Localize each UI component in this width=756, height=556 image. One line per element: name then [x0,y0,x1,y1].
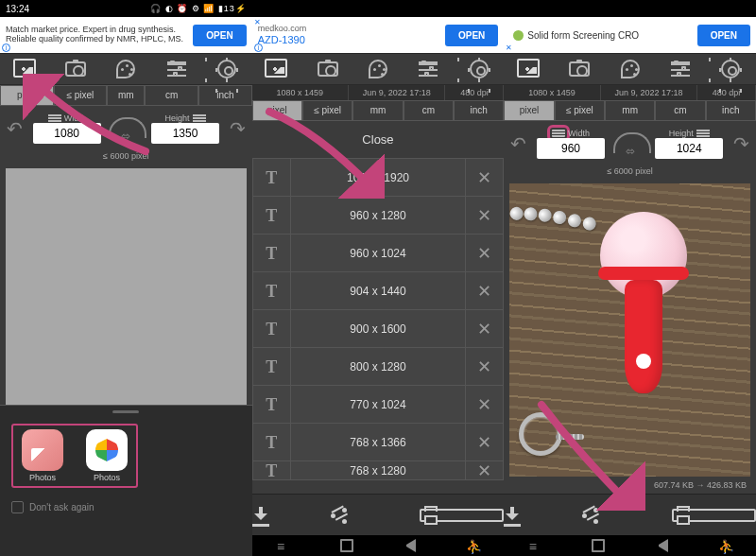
panel-right: Solid form Screening CRO OPEN ✕ 1080 x 1… [504,0,756,556]
tool-settings[interactable] [208,54,246,84]
print-button[interactable] [672,495,756,535]
unit-tabs: pixel ≤ pixel mm cm inch [0,85,252,106]
tool-gallery[interactable] [7,54,44,84]
size-row[interactable]: T960 x 1280✕ [252,197,505,235]
ad-open-button[interactable]: OPEN [697,25,750,46]
app-photos-2[interactable]: Photos [81,429,132,482]
share-button[interactable] [336,495,421,535]
size-row[interactable]: T770 x 1024✕ [252,386,505,424]
ad-brand-icon [513,30,524,41]
unit-inch[interactable]: inch [198,85,252,106]
unit-tabs: pixel ≤ pixel mm cm inch [252,100,505,121]
unit-mm[interactable]: mm [107,85,145,106]
ad-text: medkoo.com AZD-1390 [258,25,445,45]
keyring-object [519,412,562,456]
sheet-handle[interactable] [112,410,139,413]
undo-button[interactable]: ↶ [4,117,25,140]
download-button[interactable] [504,495,588,535]
undo-button[interactable]: ↶ [507,132,528,155]
ad-close-icon[interactable]: ✕ [254,18,261,26]
swap-icon[interactable] [109,117,143,129]
meta-dpi: 480 dpi [445,85,504,100]
status-spacer [252,0,505,17]
tool-gallery[interactable] [510,54,548,84]
app-picker-sheet: Photos Photos Don't ask again [0,405,252,556]
dimension-row: ↶ Width ⬄ Height ↷ [504,121,756,166]
close-button[interactable]: Close [252,121,505,159]
max-pixel-info: ≤ 6000 pixel [0,151,252,165]
meta-resolution: 1080 x 1459 [252,85,349,100]
tool-camera[interactable] [560,54,598,84]
size-row[interactable]: T960 x 1024✕ [252,235,505,272]
photos-icon [22,429,63,471]
gallery-icon [16,61,35,77]
tool-palette[interactable] [107,54,145,84]
tool-settings[interactable] [460,54,498,84]
tool-sliders[interactable] [409,54,447,84]
size-row[interactable]: T768 x 1280✕ [252,461,505,480]
unit-lte-pixel[interactable]: ≤ pixel [302,100,352,121]
width-box: Width [532,129,609,159]
redo-button[interactable]: ↷ [731,132,752,155]
filesize-info: 607.74 KB → 426.83 KB [504,480,756,494]
dont-ask-checkbox[interactable] [11,501,24,513]
gear-icon [217,60,236,78]
max-pixel-info: ≤ 6000 pixel [504,166,756,180]
ad-banner-1[interactable]: i Match market price. Expert in drug syn… [0,17,252,53]
unit-lte-pixel[interactable]: ≤ pixel [54,85,108,106]
unit-pixel[interactable]: pixel [252,100,302,121]
app-photos-1[interactable]: Photos [17,429,68,482]
ad-banner-2[interactable]: ✕ i medkoo.com AZD-1390 OPEN [252,17,505,53]
ad-text: Solid form Screening CRO [527,30,696,41]
preview-image[interactable] [509,183,750,477]
unit-cm[interactable]: cm [404,100,454,121]
width-input[interactable] [33,123,101,144]
tool-camera[interactable] [309,54,347,84]
action-bar [252,494,505,535]
height-input[interactable] [151,123,219,144]
print-button[interactable] [420,495,504,535]
menu-icon-highlighted[interactable] [552,130,565,137]
size-row[interactable]: T1080 x 1920✕ [252,159,505,197]
action-bar [504,494,756,535]
status-time: 13:24 [6,4,29,14]
tool-palette[interactable] [359,54,397,84]
dont-ask-row[interactable]: Don't ask again [0,494,252,521]
tool-camera[interactable] [57,54,94,84]
ad-banner-3[interactable]: Solid form Screening CRO OPEN ✕ [504,17,756,53]
system-nav: ≡ ⛹ [504,535,756,556]
size-row[interactable]: T768 x 1366✕ [252,424,505,461]
width-input[interactable] [537,138,605,159]
unit-tabs: pixel ≤ pixel mm cm inch [504,100,756,121]
dont-ask-label: Don't ask again [29,502,94,513]
ad-close-icon[interactable]: ✕ [506,43,512,52]
unit-cm[interactable]: cm [145,85,198,106]
share-button[interactable] [588,495,672,535]
redo-button[interactable]: ↷ [228,117,249,140]
download-button[interactable] [252,495,336,535]
height-input[interactable] [655,138,723,159]
dimension-row: ↶ Width ⬄ Height ↷ [0,106,252,151]
size-row[interactable]: T904 x 1440✕ [252,272,505,310]
meta-date: Jun 9, 2022 17:18 [349,85,445,100]
tool-gallery[interactable] [258,54,296,84]
unit-pixel[interactable]: pixel [0,85,54,106]
tool-sliders[interactable] [158,54,196,84]
menu-icon[interactable] [193,114,206,122]
tool-settings[interactable] [712,54,749,84]
ad-info-icon[interactable]: i [254,43,263,52]
ad-open-button[interactable]: OPEN [193,25,246,46]
size-row[interactable]: T900 x 1600✕ [252,310,505,348]
ad-open-button[interactable]: OPEN [445,25,498,46]
tool-sliders[interactable] [662,54,699,84]
menu-icon[interactable] [48,114,61,122]
tool-palette[interactable] [611,54,649,84]
size-list[interactable]: T1080 x 1920✕ T960 x 1280✕ T960 x 1024✕ … [252,159,505,494]
delete-icon[interactable]: ✕ [465,159,503,197]
swap-icon[interactable] [613,132,647,144]
ad-info-icon[interactable]: i [2,43,10,52]
menu-icon[interactable] [696,130,710,137]
size-row[interactable]: T800 x 1280✕ [252,348,505,386]
unit-inch[interactable]: inch [454,100,504,121]
unit-mm[interactable]: mm [352,100,403,121]
